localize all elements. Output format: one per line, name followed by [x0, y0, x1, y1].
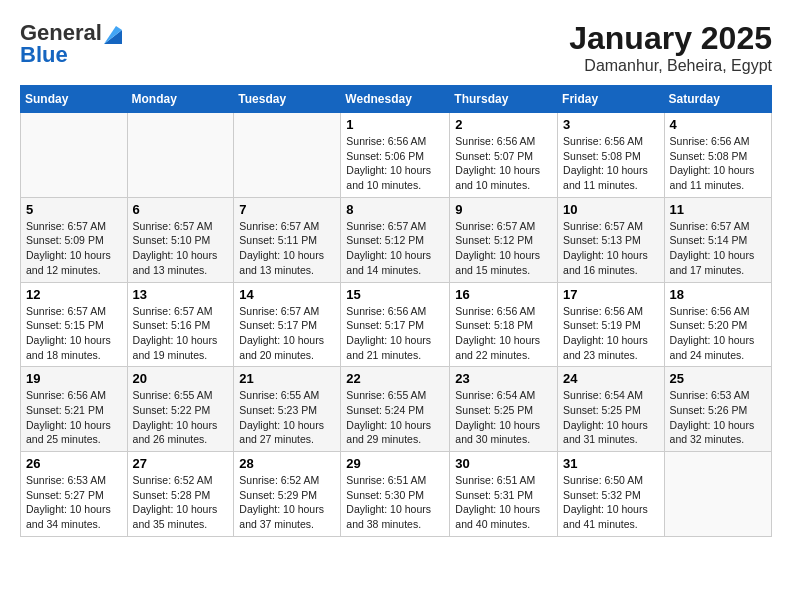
day-info: Sunrise: 6:57 AM Sunset: 5:17 PM Dayligh… — [239, 304, 335, 363]
day-info: Sunrise: 6:54 AM Sunset: 5:25 PM Dayligh… — [563, 388, 659, 447]
calendar-cell: 15Sunrise: 6:56 AM Sunset: 5:17 PM Dayli… — [341, 282, 450, 367]
day-number: 25 — [670, 371, 766, 386]
day-info: Sunrise: 6:51 AM Sunset: 5:31 PM Dayligh… — [455, 473, 552, 532]
calendar-week-row: 5Sunrise: 6:57 AM Sunset: 5:09 PM Daylig… — [21, 197, 772, 282]
day-info: Sunrise: 6:56 AM Sunset: 5:08 PM Dayligh… — [563, 134, 659, 193]
day-number: 20 — [133, 371, 229, 386]
day-number: 6 — [133, 202, 229, 217]
day-number: 15 — [346, 287, 444, 302]
day-info: Sunrise: 6:56 AM Sunset: 5:21 PM Dayligh… — [26, 388, 122, 447]
day-info: Sunrise: 6:50 AM Sunset: 5:32 PM Dayligh… — [563, 473, 659, 532]
title-block: January 2025 Damanhur, Beheira, Egypt — [569, 20, 772, 75]
calendar-cell: 11Sunrise: 6:57 AM Sunset: 5:14 PM Dayli… — [664, 197, 771, 282]
day-number: 23 — [455, 371, 552, 386]
weekday-header: Wednesday — [341, 86, 450, 113]
day-number: 5 — [26, 202, 122, 217]
day-info: Sunrise: 6:56 AM Sunset: 5:17 PM Dayligh… — [346, 304, 444, 363]
day-number: 26 — [26, 456, 122, 471]
day-info: Sunrise: 6:56 AM Sunset: 5:08 PM Dayligh… — [670, 134, 766, 193]
calendar-header-row: SundayMondayTuesdayWednesdayThursdayFrid… — [21, 86, 772, 113]
day-number: 24 — [563, 371, 659, 386]
calendar-cell: 30Sunrise: 6:51 AM Sunset: 5:31 PM Dayli… — [450, 452, 558, 537]
calendar-cell: 8Sunrise: 6:57 AM Sunset: 5:12 PM Daylig… — [341, 197, 450, 282]
day-info: Sunrise: 6:57 AM Sunset: 5:10 PM Dayligh… — [133, 219, 229, 278]
calendar-table: SundayMondayTuesdayWednesdayThursdayFrid… — [20, 85, 772, 537]
calendar-cell: 26Sunrise: 6:53 AM Sunset: 5:27 PM Dayli… — [21, 452, 128, 537]
day-info: Sunrise: 6:57 AM Sunset: 5:12 PM Dayligh… — [346, 219, 444, 278]
day-info: Sunrise: 6:57 AM Sunset: 5:12 PM Dayligh… — [455, 219, 552, 278]
calendar-cell: 21Sunrise: 6:55 AM Sunset: 5:23 PM Dayli… — [234, 367, 341, 452]
calendar-cell: 12Sunrise: 6:57 AM Sunset: 5:15 PM Dayli… — [21, 282, 128, 367]
logo-bird-icon — [104, 22, 122, 44]
calendar-cell: 4Sunrise: 6:56 AM Sunset: 5:08 PM Daylig… — [664, 113, 771, 198]
calendar-cell: 9Sunrise: 6:57 AM Sunset: 5:12 PM Daylig… — [450, 197, 558, 282]
calendar-cell: 23Sunrise: 6:54 AM Sunset: 5:25 PM Dayli… — [450, 367, 558, 452]
calendar-week-row: 1Sunrise: 6:56 AM Sunset: 5:06 PM Daylig… — [21, 113, 772, 198]
day-number: 4 — [670, 117, 766, 132]
weekday-header: Saturday — [664, 86, 771, 113]
day-info: Sunrise: 6:57 AM Sunset: 5:14 PM Dayligh… — [670, 219, 766, 278]
calendar-cell: 22Sunrise: 6:55 AM Sunset: 5:24 PM Dayli… — [341, 367, 450, 452]
calendar-cell: 5Sunrise: 6:57 AM Sunset: 5:09 PM Daylig… — [21, 197, 128, 282]
month-title: January 2025 — [569, 20, 772, 57]
day-number: 16 — [455, 287, 552, 302]
day-number: 17 — [563, 287, 659, 302]
calendar-cell: 20Sunrise: 6:55 AM Sunset: 5:22 PM Dayli… — [127, 367, 234, 452]
day-info: Sunrise: 6:53 AM Sunset: 5:26 PM Dayligh… — [670, 388, 766, 447]
calendar-cell: 27Sunrise: 6:52 AM Sunset: 5:28 PM Dayli… — [127, 452, 234, 537]
day-info: Sunrise: 6:51 AM Sunset: 5:30 PM Dayligh… — [346, 473, 444, 532]
day-number: 8 — [346, 202, 444, 217]
page-header: General Blue January 2025 Damanhur, Behe… — [20, 20, 772, 75]
day-number: 12 — [26, 287, 122, 302]
calendar-cell: 6Sunrise: 6:57 AM Sunset: 5:10 PM Daylig… — [127, 197, 234, 282]
calendar-cell: 3Sunrise: 6:56 AM Sunset: 5:08 PM Daylig… — [558, 113, 665, 198]
day-info: Sunrise: 6:54 AM Sunset: 5:25 PM Dayligh… — [455, 388, 552, 447]
day-info: Sunrise: 6:55 AM Sunset: 5:22 PM Dayligh… — [133, 388, 229, 447]
day-info: Sunrise: 6:57 AM Sunset: 5:16 PM Dayligh… — [133, 304, 229, 363]
calendar-cell: 24Sunrise: 6:54 AM Sunset: 5:25 PM Dayli… — [558, 367, 665, 452]
day-info: Sunrise: 6:55 AM Sunset: 5:24 PM Dayligh… — [346, 388, 444, 447]
calendar-cell: 2Sunrise: 6:56 AM Sunset: 5:07 PM Daylig… — [450, 113, 558, 198]
day-number: 29 — [346, 456, 444, 471]
calendar-week-row: 12Sunrise: 6:57 AM Sunset: 5:15 PM Dayli… — [21, 282, 772, 367]
day-number: 21 — [239, 371, 335, 386]
day-info: Sunrise: 6:56 AM Sunset: 5:20 PM Dayligh… — [670, 304, 766, 363]
logo-blue: Blue — [20, 42, 68, 68]
calendar-cell: 25Sunrise: 6:53 AM Sunset: 5:26 PM Dayli… — [664, 367, 771, 452]
day-number: 7 — [239, 202, 335, 217]
calendar-cell: 7Sunrise: 6:57 AM Sunset: 5:11 PM Daylig… — [234, 197, 341, 282]
day-info: Sunrise: 6:57 AM Sunset: 5:13 PM Dayligh… — [563, 219, 659, 278]
calendar-cell — [234, 113, 341, 198]
day-info: Sunrise: 6:57 AM Sunset: 5:15 PM Dayligh… — [26, 304, 122, 363]
day-info: Sunrise: 6:56 AM Sunset: 5:06 PM Dayligh… — [346, 134, 444, 193]
day-info: Sunrise: 6:52 AM Sunset: 5:28 PM Dayligh… — [133, 473, 229, 532]
day-number: 31 — [563, 456, 659, 471]
day-number: 1 — [346, 117, 444, 132]
day-info: Sunrise: 6:57 AM Sunset: 5:11 PM Dayligh… — [239, 219, 335, 278]
day-number: 18 — [670, 287, 766, 302]
day-number: 28 — [239, 456, 335, 471]
day-number: 3 — [563, 117, 659, 132]
calendar-cell: 1Sunrise: 6:56 AM Sunset: 5:06 PM Daylig… — [341, 113, 450, 198]
location-title: Damanhur, Beheira, Egypt — [569, 57, 772, 75]
day-number: 2 — [455, 117, 552, 132]
calendar-cell: 19Sunrise: 6:56 AM Sunset: 5:21 PM Dayli… — [21, 367, 128, 452]
day-info: Sunrise: 6:56 AM Sunset: 5:19 PM Dayligh… — [563, 304, 659, 363]
day-info: Sunrise: 6:57 AM Sunset: 5:09 PM Dayligh… — [26, 219, 122, 278]
day-number: 9 — [455, 202, 552, 217]
calendar-week-row: 19Sunrise: 6:56 AM Sunset: 5:21 PM Dayli… — [21, 367, 772, 452]
day-number: 11 — [670, 202, 766, 217]
day-info: Sunrise: 6:52 AM Sunset: 5:29 PM Dayligh… — [239, 473, 335, 532]
calendar-cell: 31Sunrise: 6:50 AM Sunset: 5:32 PM Dayli… — [558, 452, 665, 537]
calendar-cell: 17Sunrise: 6:56 AM Sunset: 5:19 PM Dayli… — [558, 282, 665, 367]
calendar-cell: 14Sunrise: 6:57 AM Sunset: 5:17 PM Dayli… — [234, 282, 341, 367]
day-number: 14 — [239, 287, 335, 302]
calendar-cell — [664, 452, 771, 537]
day-number: 10 — [563, 202, 659, 217]
day-info: Sunrise: 6:53 AM Sunset: 5:27 PM Dayligh… — [26, 473, 122, 532]
day-number: 13 — [133, 287, 229, 302]
calendar-cell — [127, 113, 234, 198]
calendar-cell: 16Sunrise: 6:56 AM Sunset: 5:18 PM Dayli… — [450, 282, 558, 367]
day-number: 27 — [133, 456, 229, 471]
weekday-header: Friday — [558, 86, 665, 113]
